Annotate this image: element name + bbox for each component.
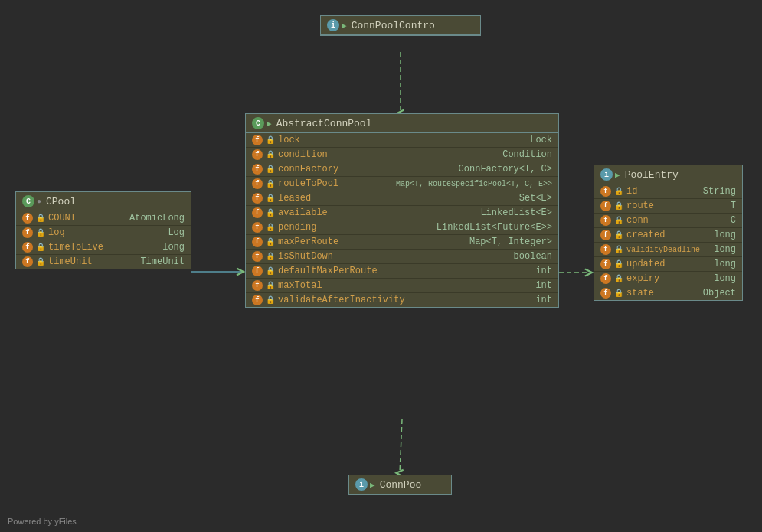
field-row-available: f 🔒 available LinkedList<E> [246,206,558,220]
class-header-cpool: C ● CPool [16,192,191,211]
class-box-abstractconnpool[interactable]: C ▶ AbstractConnPool f 🔒 lock Lock f 🔒 c… [245,113,559,308]
field-name: log [48,227,94,238]
field-icon: f [252,207,263,218]
lock-icon: 🔒 [614,274,623,283]
field-name: condition [278,149,328,160]
field-icon: f [252,193,263,204]
field-type: int [535,280,552,291]
lock-icon: 🔒 [266,208,275,217]
field-icon: f [600,244,611,255]
lock-icon: 🔒 [36,214,45,223]
lock-icon: 🔒 [36,257,45,266]
field-row-route: f 🔒 route T [594,199,742,214]
class-icon: C [22,195,34,207]
field-icon: f [22,242,33,253]
lock-icon: 🔒 [36,243,45,252]
field-name: validateAfterInactivity [278,295,405,305]
class-box-connpoolcontro[interactable]: i ▶ ConnPoolContro [320,15,481,36]
class-header-connpoolcontro: i ▶ ConnPoolContro [321,16,480,35]
field-row-timeunit: f 🔒 timeUnit TimeUnit [16,255,191,269]
field-row-maxperroute: f 🔒 maxPerRoute Map<T, Integer> [246,235,558,250]
interface-icon: i [327,19,339,31]
field-row-validateafterinactivity: f 🔒 validateAfterInactivity int [246,293,558,307]
lock-icon: 🔒 [266,295,275,305]
lock-icon: 🔒 [266,281,275,290]
field-name: expiry [626,273,672,284]
diagram-canvas: i ▶ ConnPoolContro C ▶ AbstractConnPool … [0,0,762,532]
field-type: long [714,244,736,255]
field-name: timeToLive [48,242,103,253]
lock-icon: 🔒 [266,266,275,276]
class-header-abstractconnpool: C ▶ AbstractConnPool [246,114,558,133]
lock-icon: 🔒 [614,230,623,240]
class-title: AbstractConnPool [276,118,372,129]
field-icon: f [600,186,611,197]
field-icon: f [600,273,611,284]
field-name: conn [626,215,672,226]
field-name: available [278,207,328,218]
field-row-isshutdown: f 🔒 isShutDown boolean [246,250,558,264]
field-icon: f [600,288,611,299]
field-row-count: f 🔒 COUNT AtomicLong [16,211,191,226]
field-type: AtomicLong [129,213,185,224]
field-name: maxPerRoute [278,237,338,247]
field-icon: f [252,178,263,189]
field-type: long [714,259,736,269]
field-name: defaultMaxPerRoute [278,266,378,276]
class-box-connpoo[interactable]: i ▶ ConnPoo [348,475,452,495]
field-name: routeToPool [278,178,339,189]
lock-icon: 🔒 [614,216,623,225]
field-row-created: f 🔒 created long [594,228,742,243]
field-type: long [714,230,736,240]
lock-icon: 🔒 [614,201,623,211]
field-row-expiry: f 🔒 expiry long [594,272,742,286]
field-row-state: f 🔒 state Object [594,286,742,300]
field-row-updated: f 🔒 updated long [594,257,742,272]
lock-icon: 🔒 [614,289,623,298]
field-name: validityDeadline [626,246,700,254]
field-name: route [626,201,672,211]
class-icon: C [252,117,264,129]
field-icon: f [252,237,263,247]
lock-icon: 🔒 [36,228,45,237]
field-icon: f [22,213,33,224]
field-name: COUNT [48,213,94,224]
field-row-leased: f 🔒 leased Set<E> [246,191,558,206]
field-name: pending [278,222,324,233]
field-type: long [162,242,185,253]
visibility-icon: ▶ [615,170,620,180]
class-header-poolentry: i ▶ PoolEntry [594,165,742,184]
class-title: ConnPoolContro [352,20,435,31]
lock-icon: 🔒 [266,252,275,261]
class-title: CPool [46,196,76,207]
class-title: PoolEntry [625,169,679,181]
lock-icon: 🔒 [266,194,275,203]
lock-icon: 🔒 [266,150,275,159]
field-row-connfactory: f 🔒 connFactory ConnFactory<T, C> [246,162,558,177]
field-row-routetopool: f 🔒 routeToPool Map<T, RouteSpecificPool… [246,177,558,191]
field-row-timetolive: f 🔒 timeToLive long [16,240,191,255]
field-row-defaultmaxperroute: f 🔒 defaultMaxPerRoute int [246,264,558,279]
field-name: maxTotal [278,280,324,291]
field-type: Lock [530,135,552,145]
field-row-log: f 🔒 log Log [16,226,191,240]
field-type: Object [703,288,736,299]
field-icon: f [252,164,263,175]
field-type: long [714,273,736,284]
field-type: boolean [514,251,552,262]
interface-icon: i [600,168,613,181]
class-box-poolentry[interactable]: i ▶ PoolEntry f 🔒 id String f 🔒 route T … [594,165,743,301]
field-row-lock: f 🔒 lock Lock [246,133,558,148]
field-row-id: f 🔒 id String [594,184,742,199]
field-row-condition: f 🔒 condition Condition [246,148,558,162]
field-type: LinkedList<E> [480,207,552,218]
field-icon: f [252,295,263,305]
field-type: Set<E> [519,193,552,204]
field-icon: f [600,201,611,211]
lock-icon: 🔒 [266,179,275,188]
field-icon: f [252,149,263,160]
class-box-cpool[interactable]: C ● CPool f 🔒 COUNT AtomicLong f 🔒 log L… [15,191,191,269]
field-name: lock [278,135,324,145]
field-row-maxtotal: f 🔒 maxTotal int [246,279,558,293]
field-icon: f [252,222,263,233]
